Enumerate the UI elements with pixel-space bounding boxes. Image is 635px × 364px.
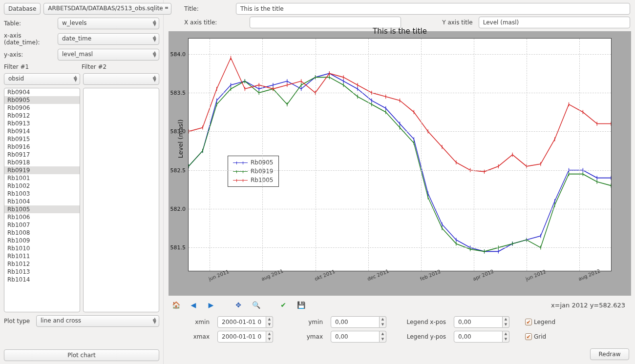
list-item[interactable]: Rb1004 [4, 198, 80, 205]
ytick-label: 582.5 [170, 167, 189, 173]
yaxis-value: level_masl [62, 51, 93, 58]
yaxis-select[interactable]: level_masl▲▼ [58, 49, 159, 61]
filter2-listbox[interactable] [83, 88, 159, 312]
table-label: Table: [4, 20, 55, 27]
list-item[interactable]: Rb0906 [4, 104, 80, 112]
list-item[interactable]: Rb0904 [4, 88, 80, 96]
database-path-field[interactable]: ARBETSDATA/DATABAS/2513_obs.sqlite [43, 3, 171, 15]
list-item[interactable]: Rb1014 [4, 276, 80, 283]
filter1-label: Filter #1 [4, 63, 82, 70]
plot-chart-button[interactable]: Plot chart [4, 349, 159, 361]
database-button[interactable]: Database [4, 3, 41, 15]
list-item[interactable]: Rb1011 [4, 252, 80, 260]
list-item[interactable]: Rb1012 [4, 260, 80, 268]
filter2-select[interactable]: ▲▼ [83, 73, 159, 85]
list-item[interactable]: Rb1008 [4, 229, 80, 237]
filter1-select[interactable]: obsid▲▼ [4, 73, 80, 85]
list-item[interactable]: Rb1005 [4, 205, 80, 213]
yaxis-label: y-axis: [4, 51, 55, 58]
ytick-label: 582.0 [170, 206, 189, 212]
table-select[interactable]: w_levels▲▼ [58, 18, 159, 29]
filter1-listbox[interactable]: Rb0904Rb0905Rb0906Rb0912Rb0913Rb0914Rb09… [4, 88, 80, 312]
list-item[interactable]: Rb1010 [4, 244, 80, 252]
title-input[interactable] [236, 3, 630, 15]
list-item[interactable]: Rb0914 [4, 127, 80, 135]
ytick-label: 583.5 [170, 90, 189, 96]
plot-type-select[interactable]: line and cross▲▼ [36, 315, 159, 327]
list-item[interactable]: Rb0915 [4, 135, 80, 143]
list-item[interactable]: Rb0917 [4, 151, 80, 159]
list-item[interactable]: Rb0916 [4, 143, 80, 151]
list-item[interactable]: Rb1013 [4, 268, 80, 276]
plot-type-value: line and cross [41, 317, 81, 324]
list-item[interactable]: Rb1007 [4, 221, 80, 229]
yaxis-title-label: Y axis title [442, 19, 472, 26]
list-item[interactable]: Rb1009 [4, 237, 80, 244]
list-item[interactable]: Rb0912 [4, 112, 80, 120]
database-path-value: ARBETSDATA/DATABAS/2513_obs.sqlite [48, 5, 163, 12]
ytick-label: 584.0 [170, 51, 189, 57]
list-item[interactable]: Rb0905 [4, 96, 80, 104]
chart-title: This is the title [189, 27, 611, 36]
list-item[interactable]: Rb1002 [4, 182, 80, 190]
list-item[interactable]: Rb0913 [4, 120, 80, 127]
ytick-label: 583.0 [170, 128, 189, 135]
table-value: w_levels [62, 20, 87, 26]
list-item[interactable]: Rb1001 [4, 174, 80, 182]
ytick-label: 581.5 [170, 244, 189, 251]
xaxis-value: date_time [62, 35, 91, 42]
list-item[interactable]: Rb0919 [4, 166, 80, 174]
xaxis-select[interactable]: date_time▲▼ [58, 33, 159, 45]
list-item[interactable]: Rb1003 [4, 190, 80, 198]
filter1-value: obsid [8, 75, 24, 82]
list-item[interactable]: Rb1006 [4, 213, 80, 221]
plot-type-label: Plot type [4, 318, 33, 324]
chart-ylabel: Level (masl) [177, 120, 184, 159]
list-item[interactable]: Rb0918 [4, 159, 80, 166]
xaxis-title-label: X axis title: [184, 19, 244, 26]
xaxis-label: x-axis (date_time): [4, 32, 55, 46]
home-icon[interactable]: 🏠 [169, 299, 182, 311]
filter2-label: Filter #2 [82, 63, 159, 70]
title-label: Title: [169, 5, 232, 12]
chart-canvas: This is the title Level (masl) Rb0905Rb0… [169, 31, 631, 296]
